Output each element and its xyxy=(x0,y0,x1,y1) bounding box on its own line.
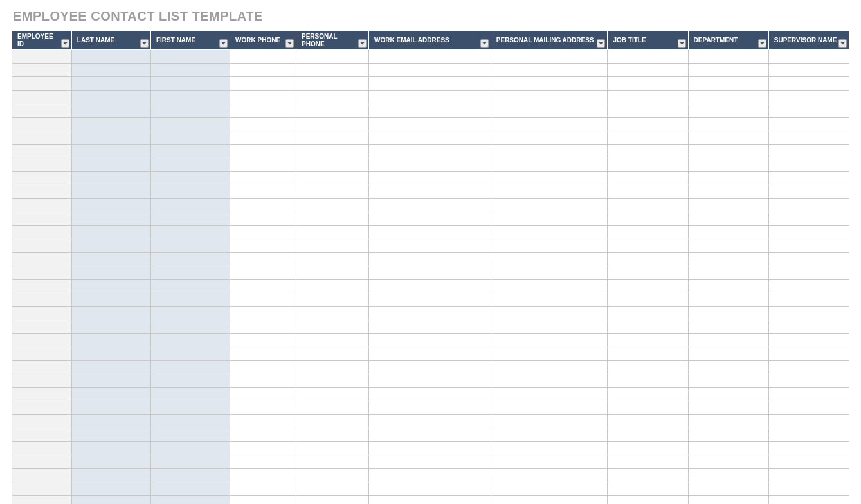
table-cell[interactable] xyxy=(12,199,72,212)
table-cell[interactable] xyxy=(768,239,849,253)
table-cell[interactable] xyxy=(296,77,369,91)
table-cell[interactable] xyxy=(608,104,688,118)
table-cell[interactable] xyxy=(71,158,150,172)
table-cell[interactable] xyxy=(768,455,849,469)
table-cell[interactable] xyxy=(230,131,296,145)
table-cell[interactable] xyxy=(491,91,608,104)
table-cell[interactable] xyxy=(768,64,849,77)
table-cell[interactable] xyxy=(12,334,72,347)
table-cell[interactable] xyxy=(688,307,768,320)
table-cell[interactable] xyxy=(688,104,768,118)
table-cell[interactable] xyxy=(150,226,230,239)
table-cell[interactable] xyxy=(369,64,491,77)
table-cell[interactable] xyxy=(369,347,491,361)
table-cell[interactable] xyxy=(369,77,491,91)
table-cell[interactable] xyxy=(230,253,296,266)
table-cell[interactable] xyxy=(296,401,369,415)
table-cell[interactable] xyxy=(12,374,72,388)
table-cell[interactable] xyxy=(688,118,768,131)
col-header-personal-mailing[interactable]: PERSONAL MAILING ADDRESS xyxy=(491,31,608,50)
table-cell[interactable] xyxy=(150,469,230,482)
table-cell[interactable] xyxy=(71,50,150,64)
table-cell[interactable] xyxy=(71,280,150,293)
table-cell[interactable] xyxy=(71,199,150,212)
table-cell[interactable] xyxy=(688,64,768,77)
table-cell[interactable] xyxy=(150,482,230,496)
table-cell[interactable] xyxy=(71,442,150,455)
table-cell[interactable] xyxy=(369,199,491,212)
table-cell[interactable] xyxy=(12,212,72,226)
table-cell[interactable] xyxy=(12,347,72,361)
table-cell[interactable] xyxy=(491,185,608,199)
table-cell[interactable] xyxy=(369,482,491,496)
table-cell[interactable] xyxy=(688,347,768,361)
table-cell[interactable] xyxy=(688,131,768,145)
table-cell[interactable] xyxy=(491,145,608,158)
table-cell[interactable] xyxy=(491,428,608,442)
table-cell[interactable] xyxy=(369,239,491,253)
table-cell[interactable] xyxy=(608,172,688,185)
table-cell[interactable] xyxy=(230,199,296,212)
table-cell[interactable] xyxy=(491,253,608,266)
table-cell[interactable] xyxy=(491,496,608,505)
table-cell[interactable] xyxy=(768,428,849,442)
table-cell[interactable] xyxy=(491,455,608,469)
table-cell[interactable] xyxy=(369,428,491,442)
table-cell[interactable] xyxy=(608,239,688,253)
table-cell[interactable] xyxy=(608,388,688,401)
table-cell[interactable] xyxy=(768,496,849,505)
table-cell[interactable] xyxy=(230,91,296,104)
table-cell[interactable] xyxy=(491,131,608,145)
table-cell[interactable] xyxy=(369,253,491,266)
col-header-work-email[interactable]: WORK EMAIL ADDRESS xyxy=(369,31,491,50)
table-cell[interactable] xyxy=(688,401,768,415)
table-cell[interactable] xyxy=(71,226,150,239)
filter-button[interactable] xyxy=(838,39,847,48)
table-cell[interactable] xyxy=(688,361,768,374)
table-cell[interactable] xyxy=(150,428,230,442)
table-cell[interactable] xyxy=(230,496,296,505)
table-cell[interactable] xyxy=(296,280,369,293)
table-cell[interactable] xyxy=(369,185,491,199)
table-cell[interactable] xyxy=(296,212,369,226)
table-cell[interactable] xyxy=(608,496,688,505)
table-cell[interactable] xyxy=(608,226,688,239)
table-cell[interactable] xyxy=(688,158,768,172)
table-cell[interactable] xyxy=(369,469,491,482)
filter-button[interactable] xyxy=(358,39,367,48)
table-cell[interactable] xyxy=(608,280,688,293)
table-cell[interactable] xyxy=(71,388,150,401)
table-cell[interactable] xyxy=(608,64,688,77)
table-cell[interactable] xyxy=(491,158,608,172)
table-cell[interactable] xyxy=(369,334,491,347)
table-cell[interactable] xyxy=(688,280,768,293)
table-cell[interactable] xyxy=(71,185,150,199)
table-cell[interactable] xyxy=(230,442,296,455)
table-cell[interactable] xyxy=(150,104,230,118)
table-cell[interactable] xyxy=(230,172,296,185)
table-cell[interactable] xyxy=(491,334,608,347)
table-cell[interactable] xyxy=(369,320,491,334)
table-cell[interactable] xyxy=(12,401,72,415)
table-cell[interactable] xyxy=(608,415,688,428)
table-cell[interactable] xyxy=(491,104,608,118)
table-cell[interactable] xyxy=(608,442,688,455)
table-cell[interactable] xyxy=(150,293,230,307)
table-cell[interactable] xyxy=(768,212,849,226)
table-cell[interactable] xyxy=(369,293,491,307)
table-cell[interactable] xyxy=(296,469,369,482)
table-cell[interactable] xyxy=(369,374,491,388)
col-header-job-title[interactable]: JOB TITLE xyxy=(608,31,688,50)
table-cell[interactable] xyxy=(369,226,491,239)
table-cell[interactable] xyxy=(12,226,72,239)
table-cell[interactable] xyxy=(491,77,608,91)
col-header-supervisor-name[interactable]: SUPERVISOR NAME xyxy=(768,31,849,50)
table-cell[interactable] xyxy=(230,185,296,199)
table-cell[interactable] xyxy=(296,172,369,185)
filter-button[interactable] xyxy=(758,39,766,48)
table-cell[interactable] xyxy=(12,77,72,91)
col-header-work-phone[interactable]: WORK PHONE xyxy=(230,31,296,50)
table-cell[interactable] xyxy=(12,280,72,293)
table-cell[interactable] xyxy=(688,145,768,158)
table-cell[interactable] xyxy=(688,239,768,253)
